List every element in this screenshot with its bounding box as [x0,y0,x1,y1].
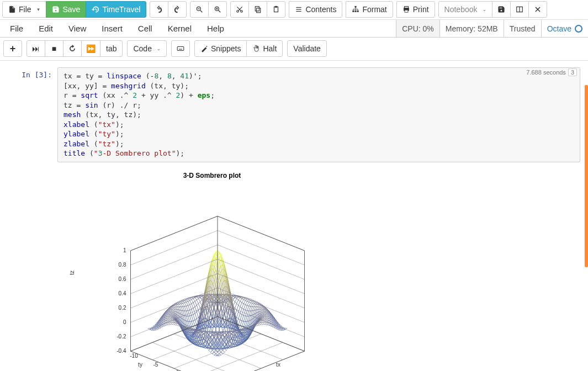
cell-type-select[interactable]: Code ⌄ [127,40,166,57]
cut-icon [236,6,243,13]
tab-button[interactable]: tab [100,40,123,57]
contents-button[interactable]: Contents [289,1,342,18]
run-cell-button[interactable]: ⏭ [27,40,45,57]
code-input[interactable]: tx = ty = linspace (-8, 8, 41)'; [xx, yy… [57,67,580,162]
contents-label: Contents [305,5,336,14]
menu-edit[interactable]: Edit [31,20,61,36]
svg-text:-5: -5 [153,362,158,368]
kernel-name: Octave [547,24,571,33]
trusted-status[interactable]: Trusted [504,20,541,37]
keyboard-button[interactable] [171,40,190,57]
caret-down-icon: ▼ [36,7,41,12]
magic-icon [200,45,208,52]
code-cell[interactable]: In [3]: tx = ty = linspace (-8, 8, 41)';… [8,67,580,371]
notebook-label: Notebook [444,5,478,14]
save-button[interactable]: Save [46,1,86,18]
zoom-in-icon [214,6,221,13]
columns-icon [516,6,523,13]
svg-rect-29 [405,10,408,12]
svg-line-61 [218,259,305,294]
cell-type-label: Code [133,44,151,53]
menu-help[interactable]: Help [199,20,232,36]
print-icon [402,6,410,13]
copy-icon [254,6,262,13]
cut-button[interactable] [230,1,249,18]
validate-button[interactable]: Validate [287,40,327,57]
svg-rect-11 [257,8,261,13]
hand-icon [252,45,260,52]
print-label: Print [413,5,429,14]
svg-rect-19 [353,10,354,12]
snippets-button[interactable]: Snippets [194,40,247,57]
y-axis-label: ty [138,362,142,368]
stop-button[interactable]: ■ [45,40,63,57]
svg-line-87 [131,351,218,371]
notebook-dropdown[interactable]: Notebook ⌄ [438,1,492,18]
file-menu-button[interactable]: File ▼ [2,1,46,18]
svg-line-65 [131,245,218,279]
svg-rect-20 [355,10,356,12]
split-view-button[interactable] [510,1,529,18]
cpu-status: CPU: 0% [396,20,439,37]
file-icon [8,6,16,13]
redo-button[interactable] [168,1,187,18]
menu-file[interactable]: File [2,20,31,36]
stop-icon: ■ [52,44,56,53]
undo-button[interactable] [150,1,168,18]
chevron-down-icon: ⌄ [483,7,486,12]
zoom-out-icon [195,6,203,13]
refresh-icon [68,45,76,52]
chevron-down-icon: ⌄ [157,46,161,51]
svg-line-1 [200,10,203,13]
svg-text:-0.2: -0.2 [116,333,126,340]
file-menu-label: File [19,5,31,14]
format-button[interactable]: Format [346,1,393,18]
svg-text:-0.4: -0.4 [116,348,126,354]
undo-icon [155,6,163,13]
svg-rect-12 [256,7,259,11]
run-all-button[interactable]: ⏩ [81,40,100,57]
svg-line-71 [131,216,218,251]
paste-button[interactable] [267,1,285,18]
menu-kernel[interactable]: Kernel [160,20,199,36]
close-button[interactable] [528,1,547,18]
save-alt-button[interactable] [492,1,511,18]
zoom-out-button[interactable] [190,1,209,18]
timetravel-button[interactable]: TimeTravel [86,1,146,18]
print-button[interactable]: Print [396,1,435,18]
floppy-icon [497,6,505,13]
zoom-in-button[interactable] [208,1,227,18]
top-toolbar: File ▼ Save TimeTravel Contents Forma [0,0,588,20]
scroll-indicator[interactable] [585,85,588,267]
menu-insert[interactable]: Insert [94,20,130,36]
svg-text:0.4: 0.4 [119,290,126,296]
cell-meta: 7.688 seconds 3 [526,68,577,76]
x-axis-label: tx [276,362,280,368]
paste-icon [272,6,280,13]
svg-text:0.6: 0.6 [119,276,126,282]
exec-count: 3 [568,68,577,76]
snippets-label: Snippets [211,44,241,53]
menubar: File Edit View Insert Cell Kernel Help C… [0,20,588,38]
sombrero-plot: 3-D Sombrero plot -0.4-0.200.20.40.60.81… [57,168,367,371]
history-icon [92,6,99,13]
step-forward-icon: ⏭ [32,44,40,53]
notebook-area[interactable]: In [3]: tx = ty = linspace (-8, 8, 41)';… [0,61,588,371]
sitemap-icon [352,6,359,13]
copy-button[interactable] [248,1,267,18]
svg-line-62 [131,259,218,294]
svg-text:0.8: 0.8 [119,262,126,268]
menu-cell[interactable]: Cell [130,20,160,36]
plus-icon: + [10,43,16,55]
insert-cell-button[interactable]: + [3,40,22,57]
output-area: 3-D Sombrero plot -0.4-0.200.20.40.60.81… [57,162,580,371]
notebook-toolbar: + ⏭ ■ ⏩ tab Code ⌄ Snippets Halt Validat… [0,38,588,61]
svg-line-68 [131,230,218,265]
svg-line-4 [219,10,221,13]
input-prompt: In [3]: [8,67,57,371]
restart-button[interactable] [63,40,82,57]
fast-forward-icon: ⏩ [86,44,96,53]
kernel-indicator[interactable]: Octave [541,20,588,37]
halt-button[interactable]: Halt [246,40,283,57]
menu-view[interactable]: View [61,20,94,36]
